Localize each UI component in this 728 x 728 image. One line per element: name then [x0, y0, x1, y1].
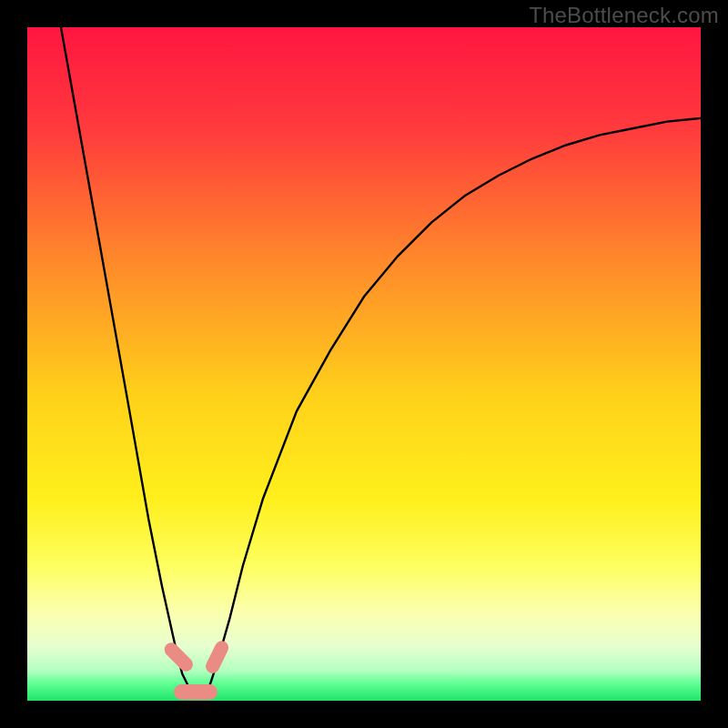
- bottleneck-curve: [61, 27, 701, 694]
- watermark: TheBottleneck.com: [529, 3, 719, 28]
- plot-area: [27, 27, 701, 701]
- curve-layer: [27, 27, 701, 701]
- marker-bottom-bar: [174, 684, 217, 699]
